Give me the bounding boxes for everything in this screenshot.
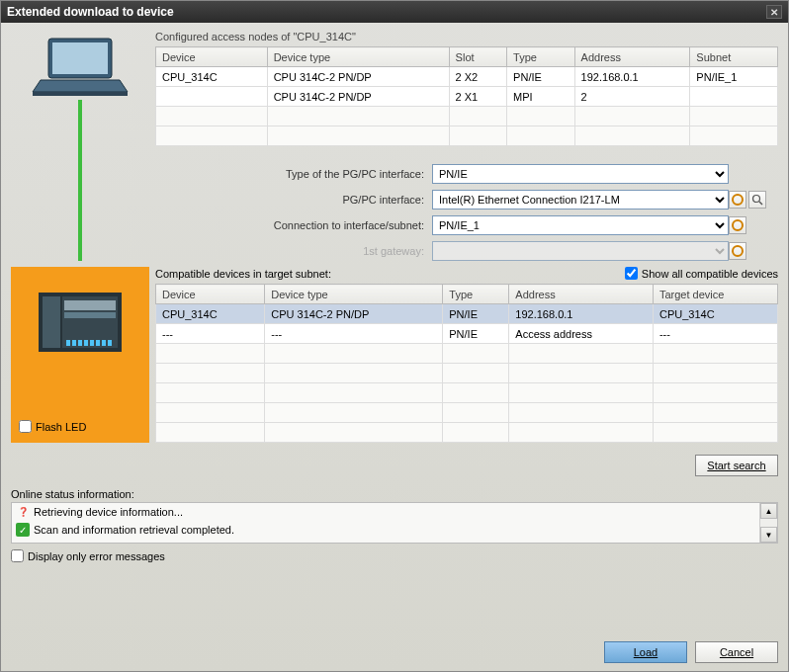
interface-form: Type of the PG/PC interface: PN/IE PG/PC… [155,164,778,261]
gateway-label: 1st gateway: [155,245,432,257]
column-header[interactable]: Device type [267,47,449,67]
scroll-up-button[interactable]: ▲ [760,503,777,519]
svg-point-7 [733,246,743,256]
connection-subnet-select[interactable]: PN/IE_1 [432,215,729,235]
cancel-button[interactable]: Cancel [695,641,778,663]
configured-nodes-label: Configured access nodes of "CPU_314C" [155,31,778,42]
column-header[interactable]: Address [509,285,654,304]
table-row[interactable]: CPU_314CCPU 314C-2 PN/DPPN/IE192.168.0.1… [156,304,778,324]
left-illustration-column [11,31,149,261]
column-header[interactable]: Device [156,285,265,304]
svg-rect-11 [64,300,116,310]
iface-properties-button[interactable] [729,191,746,209]
connection-line-icon [78,100,82,261]
column-header[interactable]: Type [443,285,509,304]
display-errors-only-label: Display only error messages [28,550,165,562]
configured-nodes-table: DeviceDevice typeSlotTypeAddressSubnet C… [155,46,778,146]
svg-point-6 [733,220,743,230]
svg-rect-2 [33,92,128,96]
dialog-title: Extended download to device [7,5,174,19]
svg-rect-14 [72,340,76,346]
status-list: Retrieving device information...✓Scan an… [11,502,778,544]
svg-rect-12 [64,312,116,318]
dialog-content: Configured access nodes of "CPU_314C" De… [1,23,788,671]
pgpc-iface-select[interactable]: Intel(R) Ethernet Connection I217-LM [432,190,729,210]
start-search-button[interactable]: Start search [695,455,778,476]
column-header[interactable]: Device type [265,285,443,304]
close-button[interactable]: ✕ [766,5,782,19]
svg-line-5 [759,202,762,205]
show-all-label: Show all compatible devices [642,268,778,280]
table-row[interactable]: ------PN/IEAccess address--- [156,324,778,344]
svg-rect-16 [84,340,88,346]
dialog-footer: Load Cancel [11,631,778,663]
check-icon: ✓ [16,523,30,537]
column-header[interactable]: Address [574,47,690,67]
load-button[interactable]: Load [604,641,687,663]
svg-rect-20 [108,340,112,346]
compatible-devices-label: Compatible devices in target subnet: [155,268,331,280]
flash-led-label: Flash LED [36,421,86,433]
connection-subnet-label: Connection to interface/subnet: [155,219,432,231]
flash-led-checkbox[interactable] [19,420,32,433]
plc-rack-icon [39,293,122,352]
scroll-down-button[interactable]: ▼ [760,527,777,543]
svg-rect-17 [90,340,94,346]
status-label: Online status information: [11,488,778,500]
show-all-checkbox[interactable] [625,267,638,280]
svg-rect-13 [66,340,70,346]
compatible-devices-table[interactable]: DeviceDevice typeTypeAddressTarget devic… [155,284,778,443]
svg-rect-15 [78,340,82,346]
gateway-properties-button[interactable] [729,242,746,260]
svg-point-4 [753,196,760,203]
svg-rect-18 [96,340,100,346]
compatible-devices-row: Flash LED Compatible devices in target s… [11,267,778,443]
target-device-panel: Flash LED [11,267,149,443]
table-row[interactable]: CPU_314CCPU 314C-2 PN/DP2 X2PN/IE192.168… [156,67,778,87]
column-header[interactable]: Type [507,47,575,67]
titlebar: Extended download to device ✕ [1,1,788,23]
column-header[interactable]: Subnet [690,47,778,67]
pgpc-type-select[interactable]: PN/IE [432,164,729,184]
status-line: ✓Scan and information retrieval complete… [12,521,759,539]
connection-properties-button[interactable] [729,216,746,234]
status-section: Online status information: Retrieving de… [11,488,778,562]
compatible-devices-section: Compatible devices in target subnet: Sho… [155,267,778,443]
svg-rect-19 [102,340,106,346]
configured-nodes-section: Configured access nodes of "CPU_314C" De… [155,31,778,261]
display-errors-only-checkbox[interactable] [11,549,24,562]
download-dialog: Extended download to device ✕ Configured… [0,0,789,672]
flash-led-row: Flash LED [17,416,88,435]
iface-browse-button[interactable] [748,191,766,209]
status-scrollbar[interactable]: ▲ ▼ [759,503,777,543]
svg-rect-1 [52,42,108,74]
top-row: Configured access nodes of "CPU_314C" De… [11,31,778,261]
svg-rect-9 [43,296,60,348]
pgpc-type-label: Type of the PG/PC interface: [155,168,432,180]
pgpc-iface-label: PG/PC interface: [155,194,432,206]
column-header[interactable]: Target device [653,285,777,304]
column-header[interactable]: Slot [449,47,507,67]
table-row[interactable]: CPU 314C-2 PN/DP2 X1MPI2 [156,87,778,107]
info-icon [16,505,30,519]
laptop-icon [31,35,130,102]
status-line: Retrieving device information... [12,503,759,521]
column-header[interactable]: Device [156,47,268,67]
svg-point-3 [733,195,743,205]
gateway-select [432,241,729,261]
